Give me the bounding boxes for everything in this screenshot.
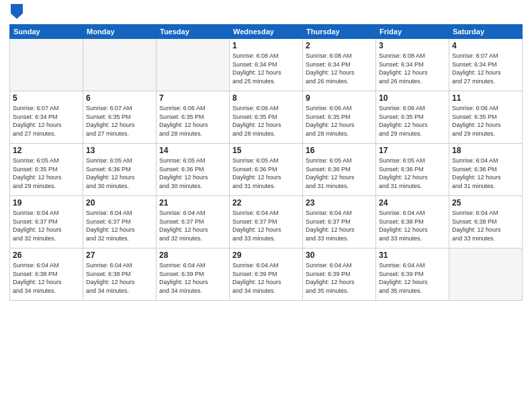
day-number: 10 <box>379 93 446 103</box>
calendar-cell: 9Sunrise: 6:06 AM Sunset: 6:35 PM Daylig… <box>303 91 376 144</box>
svg-marker-0 <box>11 4 23 19</box>
calendar-cell: 26Sunrise: 6:04 AM Sunset: 6:38 PM Dayli… <box>10 248 83 301</box>
day-info: Sunrise: 6:05 AM Sunset: 6:36 PM Dayligh… <box>232 156 300 190</box>
day-info: Sunrise: 6:04 AM Sunset: 6:38 PM Dayligh… <box>452 209 519 242</box>
logo-icon <box>11 4 23 19</box>
day-number: 4 <box>452 41 519 50</box>
col-friday: Friday <box>376 25 449 39</box>
day-info: Sunrise: 6:04 AM Sunset: 6:37 PM Dayligh… <box>13 209 80 242</box>
day-number: 12 <box>13 146 80 155</box>
day-info: Sunrise: 6:04 AM Sunset: 6:39 PM Dayligh… <box>306 261 373 295</box>
day-info: Sunrise: 6:04 AM Sunset: 6:39 PM Dayligh… <box>159 261 226 295</box>
calendar-cell: 13Sunrise: 6:05 AM Sunset: 6:36 PM Dayli… <box>83 144 157 196</box>
col-wednesday: Wednesday <box>230 25 303 39</box>
day-info: Sunrise: 6:06 AM Sunset: 6:35 PM Dayligh… <box>159 104 226 138</box>
day-number: 11 <box>452 93 519 103</box>
day-info: Sunrise: 6:05 AM Sunset: 6:36 PM Dayligh… <box>306 156 373 190</box>
calendar-cell: 27Sunrise: 6:04 AM Sunset: 6:38 PM Dayli… <box>83 248 157 301</box>
day-number: 7 <box>159 93 226 103</box>
col-tuesday: Tuesday <box>157 25 230 39</box>
day-info: Sunrise: 6:05 AM Sunset: 6:35 PM Dayligh… <box>13 156 80 190</box>
day-number: 2 <box>306 41 373 50</box>
calendar-cell: 24Sunrise: 6:04 AM Sunset: 6:38 PM Dayli… <box>376 196 449 248</box>
day-number: 16 <box>306 146 373 155</box>
calendar-cell: 15Sunrise: 6:05 AM Sunset: 6:36 PM Dayli… <box>230 144 303 196</box>
day-number: 8 <box>232 93 300 103</box>
calendar-week-1: 1Sunrise: 6:08 AM Sunset: 6:34 PM Daylig… <box>10 39 523 91</box>
calendar-cell: 5Sunrise: 6:07 AM Sunset: 6:34 PM Daylig… <box>10 91 83 144</box>
calendar-week-5: 26Sunrise: 6:04 AM Sunset: 6:38 PM Dayli… <box>10 248 523 301</box>
calendar-week-2: 5Sunrise: 6:07 AM Sunset: 6:34 PM Daylig… <box>10 91 523 144</box>
day-number: 27 <box>86 250 153 260</box>
calendar-cell: 25Sunrise: 6:04 AM Sunset: 6:38 PM Dayli… <box>449 196 523 248</box>
day-number: 15 <box>232 146 300 155</box>
day-info: Sunrise: 6:06 AM Sunset: 6:35 PM Dayligh… <box>306 104 373 138</box>
calendar-cell: 1Sunrise: 6:08 AM Sunset: 6:34 PM Daylig… <box>230 39 303 91</box>
day-info: Sunrise: 6:05 AM Sunset: 6:36 PM Dayligh… <box>86 156 153 190</box>
calendar-cell: 11Sunrise: 6:06 AM Sunset: 6:35 PM Dayli… <box>449 91 523 144</box>
day-info: Sunrise: 6:04 AM Sunset: 6:38 PM Dayligh… <box>379 209 446 242</box>
calendar-cell: 14Sunrise: 6:05 AM Sunset: 6:36 PM Dayli… <box>157 144 230 196</box>
calendar-cell: 8Sunrise: 6:06 AM Sunset: 6:35 PM Daylig… <box>230 91 303 144</box>
day-number: 28 <box>159 250 226 260</box>
day-number: 9 <box>306 93 373 103</box>
calendar-cell: 17Sunrise: 6:05 AM Sunset: 6:36 PM Dayli… <box>376 144 449 196</box>
calendar-cell: 19Sunrise: 6:04 AM Sunset: 6:37 PM Dayli… <box>10 196 83 248</box>
calendar-cell: 23Sunrise: 6:04 AM Sunset: 6:37 PM Dayli… <box>303 196 376 248</box>
day-info: Sunrise: 6:08 AM Sunset: 6:34 PM Dayligh… <box>306 52 373 85</box>
day-info: Sunrise: 6:04 AM Sunset: 6:36 PM Dayligh… <box>452 156 519 190</box>
day-info: Sunrise: 6:07 AM Sunset: 6:34 PM Dayligh… <box>452 52 519 85</box>
day-number: 23 <box>306 198 373 208</box>
calendar-cell: 2Sunrise: 6:08 AM Sunset: 6:34 PM Daylig… <box>303 39 376 91</box>
calendar-cell <box>83 39 157 91</box>
calendar-cell: 31Sunrise: 6:04 AM Sunset: 6:39 PM Dayli… <box>376 248 449 301</box>
calendar-header-row: Sunday Monday Tuesday Wednesday Thursday… <box>10 25 523 39</box>
day-info: Sunrise: 6:08 AM Sunset: 6:34 PM Dayligh… <box>379 52 446 85</box>
calendar-cell: 21Sunrise: 6:04 AM Sunset: 6:37 PM Dayli… <box>157 196 230 248</box>
day-number: 19 <box>13 198 80 208</box>
calendar-cell: 18Sunrise: 6:04 AM Sunset: 6:36 PM Dayli… <box>449 144 523 196</box>
logo <box>9 7 23 19</box>
day-number: 21 <box>159 198 226 208</box>
calendar-cell <box>10 39 83 91</box>
day-number: 1 <box>232 41 300 50</box>
day-number: 6 <box>86 93 153 103</box>
day-info: Sunrise: 6:05 AM Sunset: 6:36 PM Dayligh… <box>159 156 226 190</box>
calendar-table: Sunday Monday Tuesday Wednesday Thursday… <box>9 24 523 301</box>
day-info: Sunrise: 6:04 AM Sunset: 6:39 PM Dayligh… <box>379 261 446 295</box>
day-number: 31 <box>379 250 446 260</box>
col-monday: Monday <box>83 25 157 39</box>
calendar-cell: 28Sunrise: 6:04 AM Sunset: 6:39 PM Dayli… <box>157 248 230 301</box>
day-info: Sunrise: 6:04 AM Sunset: 6:37 PM Dayligh… <box>86 209 153 242</box>
page: Sunday Monday Tuesday Wednesday Thursday… <box>0 0 532 411</box>
day-number: 20 <box>86 198 153 208</box>
calendar-cell: 30Sunrise: 6:04 AM Sunset: 6:39 PM Dayli… <box>303 248 376 301</box>
day-number: 14 <box>159 146 226 155</box>
day-info: Sunrise: 6:06 AM Sunset: 6:35 PM Dayligh… <box>379 104 446 138</box>
calendar-cell: 12Sunrise: 6:05 AM Sunset: 6:35 PM Dayli… <box>10 144 83 196</box>
day-number: 5 <box>13 93 80 103</box>
calendar-cell: 10Sunrise: 6:06 AM Sunset: 6:35 PM Dayli… <box>376 91 449 144</box>
calendar-cell <box>449 248 523 301</box>
day-number: 24 <box>379 198 446 208</box>
day-info: Sunrise: 6:04 AM Sunset: 6:37 PM Dayligh… <box>306 209 373 242</box>
day-info: Sunrise: 6:07 AM Sunset: 6:34 PM Dayligh… <box>13 104 80 138</box>
day-info: Sunrise: 6:04 AM Sunset: 6:37 PM Dayligh… <box>159 209 226 242</box>
day-number: 13 <box>86 146 153 155</box>
calendar-week-3: 12Sunrise: 6:05 AM Sunset: 6:35 PM Dayli… <box>10 144 523 196</box>
day-info: Sunrise: 6:06 AM Sunset: 6:35 PM Dayligh… <box>232 104 300 138</box>
calendar-cell: 16Sunrise: 6:05 AM Sunset: 6:36 PM Dayli… <box>303 144 376 196</box>
calendar-week-4: 19Sunrise: 6:04 AM Sunset: 6:37 PM Dayli… <box>10 196 523 248</box>
day-number: 29 <box>232 250 300 260</box>
col-saturday: Saturday <box>449 25 523 39</box>
day-number: 30 <box>306 250 373 260</box>
calendar-cell: 22Sunrise: 6:04 AM Sunset: 6:37 PM Dayli… <box>230 196 303 248</box>
col-sunday: Sunday <box>10 25 83 39</box>
header <box>9 7 523 19</box>
calendar-cell: 4Sunrise: 6:07 AM Sunset: 6:34 PM Daylig… <box>449 39 523 91</box>
day-info: Sunrise: 6:06 AM Sunset: 6:35 PM Dayligh… <box>452 104 519 138</box>
day-number: 26 <box>13 250 80 260</box>
calendar-cell: 3Sunrise: 6:08 AM Sunset: 6:34 PM Daylig… <box>376 39 449 91</box>
day-info: Sunrise: 6:04 AM Sunset: 6:38 PM Dayligh… <box>13 261 80 295</box>
day-info: Sunrise: 6:04 AM Sunset: 6:37 PM Dayligh… <box>232 209 300 242</box>
